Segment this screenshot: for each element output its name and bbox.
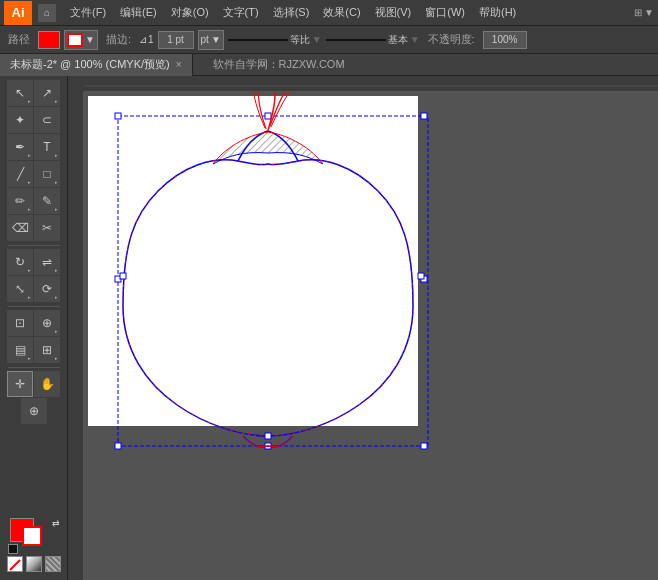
scissors-tool[interactable]: ✂ [34, 215, 60, 241]
basic-label: 基本 [388, 33, 408, 47]
svg-rect-12 [120, 273, 126, 279]
type-tool[interactable]: T▸ [34, 134, 60, 160]
svg-rect-11 [265, 433, 271, 439]
svg-rect-8 [115, 276, 121, 282]
symbol-tool[interactable]: ⊕▸ [34, 310, 60, 336]
tool-row-shape: ╱▸ □▸ [7, 161, 60, 187]
mirror-tool[interactable]: ⇌▸ [34, 249, 60, 275]
menu-text[interactable]: 文字(T) [217, 3, 265, 22]
menu-view[interactable]: 视图(V) [369, 3, 418, 22]
tool-row-pen: ✒▸ T▸ [7, 134, 60, 160]
menu-file[interactable]: 文件(F) [64, 3, 112, 22]
tool-row-eraser: ⌫ ✂ [7, 215, 60, 241]
svg-rect-7 [265, 443, 271, 449]
svg-rect-6 [265, 113, 271, 119]
stroke-style-group: 基本 ▼ [326, 33, 420, 47]
svg-rect-5 [421, 443, 427, 449]
paintbrush-tool[interactable]: ✏▸ [7, 188, 33, 214]
color-swatch-group: ⇄ [8, 518, 60, 554]
lasso-tool[interactable]: ⊂ [34, 107, 60, 133]
svg-rect-2 [115, 113, 121, 119]
pencil-tool[interactable]: ✎▸ [34, 188, 60, 214]
none-fill-icon[interactable] [7, 556, 23, 572]
stroke-swatch[interactable] [22, 526, 42, 546]
opacity-label: 不透明度: [424, 32, 479, 47]
tabbar: 未标题-2* @ 100% (CMYK/预览) × 软件自学网：RJZXW.CO… [0, 54, 658, 76]
menu-help[interactable]: 帮助(H) [473, 3, 522, 22]
menu-effect[interactable]: 效果(C) [317, 3, 366, 22]
menu-object[interactable]: 对象(O) [165, 3, 215, 22]
select-tool[interactable]: ↖▸ [7, 80, 33, 106]
ai-logo: Ai [4, 1, 32, 25]
artboard-tool[interactable]: ⊞▸ [34, 337, 60, 363]
svg-rect-9 [421, 276, 427, 282]
tool-row-zoom: ⊕ [21, 398, 47, 424]
stroke-width-field[interactable]: 1 pt [158, 31, 194, 49]
tab-close-btn[interactable]: × [176, 59, 182, 70]
snap-label: 描边: [102, 32, 135, 47]
rect-tool[interactable]: □▸ [34, 161, 60, 187]
pattern-icon[interactable] [45, 556, 61, 572]
website-label: 软件自学网：RJZXW.COM [213, 57, 345, 72]
color-mode-row [7, 556, 61, 572]
menu-edit[interactable]: 编辑(E) [114, 3, 163, 22]
menubar: Ai ⌂ 文件(F) 编辑(E) 对象(O) 文字(T) 选择(S) 效果(C)… [0, 0, 658, 26]
fill-color-swatch[interactable] [38, 31, 60, 49]
tool-row-rotate: ↻▸ ⇌▸ [7, 249, 60, 275]
toolbar: 路径 ▼ 描边: ⊿ 1 1 pt pt ▼ 等比 ▼ 基本 ▼ 不透明度: 1… [0, 26, 658, 54]
tool-row-brush: ✏▸ ✎▸ [7, 188, 60, 214]
zoom-tool[interactable]: ⊕ [21, 398, 47, 424]
graph-tool[interactable]: ▤▸ [7, 337, 33, 363]
tool-row-graph: ▤▸ ⊞▸ [7, 337, 60, 363]
scale-tool[interactable]: ⤡▸ [7, 276, 33, 302]
svg-rect-3 [421, 113, 427, 119]
stroke-dropdown[interactable]: ▼ [64, 30, 98, 50]
tool-row-nav: ✛ ✋ [7, 371, 60, 397]
menu-window[interactable]: 窗口(W) [419, 3, 471, 22]
equal-label: 等比 [290, 33, 310, 47]
navigate-tool[interactable]: ✛ [7, 371, 33, 397]
rulers-corner [68, 76, 84, 92]
pen-tool[interactable]: ✒▸ [7, 134, 33, 160]
active-tab[interactable]: 未标题-2* @ 100% (CMYK/预览) × [0, 54, 193, 76]
opacity-field[interactable]: 100% [483, 31, 527, 49]
toolbox-swatches: ⇄ [7, 518, 61, 576]
svg-rect-4 [115, 443, 121, 449]
tool-row-scale: ⤡▸ ⟳▸ [7, 276, 60, 302]
svg-rect-1 [118, 116, 428, 446]
snap-icon: ⊿ 1 [139, 34, 154, 45]
line-tool[interactable]: ╱▸ [7, 161, 33, 187]
stroke-unit-dropdown[interactable]: pt ▼ [198, 30, 224, 50]
magic-wand-tool[interactable]: ✦ [7, 107, 33, 133]
reset-color-icon[interactable] [8, 544, 18, 554]
stroke-line-group: 等比 ▼ [228, 33, 322, 47]
direct-select-tool[interactable]: ↗▸ [34, 80, 60, 106]
tool-row-symbol: ⊡ ⊕▸ [7, 310, 60, 336]
toolbox: ↖▸ ↗▸ ✦ ⊂ ✒▸ T▸ ╱▸ □▸ ✏▸ ✎▸ ⌫ ✂ ↻ [0, 76, 68, 580]
artboard-container [88, 96, 418, 426]
hand-tool[interactable]: ✋ [34, 371, 60, 397]
home-icon[interactable]: ⌂ [38, 4, 56, 22]
eraser-tool[interactable]: ⌫ [7, 215, 33, 241]
tab-title: 未标题-2* @ 100% (CMYK/预览) [10, 57, 170, 72]
swap-color-icon[interactable]: ⇄ [52, 518, 60, 528]
menu-items: 文件(F) 编辑(E) 对象(O) 文字(T) 选择(S) 效果(C) 视图(V… [64, 3, 522, 22]
layout-icon[interactable]: ⊞ ▼ [634, 7, 654, 18]
svg-rect-13 [418, 273, 424, 279]
main-area: ↖▸ ↗▸ ✦ ⊂ ✒▸ T▸ ╱▸ □▸ ✏▸ ✎▸ ⌫ ✂ ↻ [0, 76, 658, 580]
free-transform-tool[interactable]: ⊡ [7, 310, 33, 336]
tool-row-lasso: ✦ ⊂ [7, 107, 60, 133]
menu-select[interactable]: 选择(S) [267, 3, 316, 22]
gradient-icon[interactable] [26, 556, 42, 572]
rotate-tool[interactable]: ↻▸ [7, 249, 33, 275]
drawing-svg [68, 76, 488, 476]
ruler-horizontal: // Will be rendered below [84, 76, 658, 92]
tool-sep-3 [8, 367, 60, 368]
artboard [88, 96, 418, 426]
warp-tool[interactable]: ⟳▸ [34, 276, 60, 302]
path-label: 路径 [4, 32, 34, 47]
tool-sep-2 [8, 306, 60, 307]
tool-sep-1 [8, 245, 60, 246]
canvas-area: // Will be rendered below [68, 76, 658, 580]
ruler-vertical [68, 92, 84, 580]
